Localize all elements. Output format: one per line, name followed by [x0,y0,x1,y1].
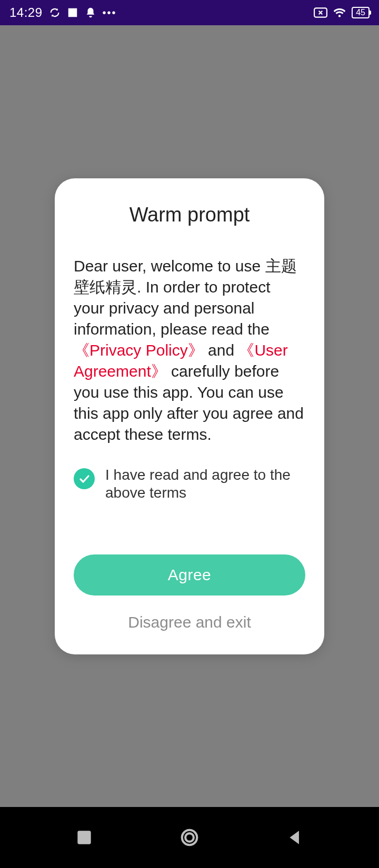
modal-overlay: Warm prompt Dear user, welcome to use 主题… [0,25,379,807]
recent-apps-button[interactable] [73,826,96,849]
consent-row[interactable]: I have read and agree to the above terms [74,466,305,502]
status-bar: 14:29 ••• [0,0,379,25]
status-time: 14:29 [9,5,43,20]
warm-prompt-dialog: Warm prompt Dear user, welcome to use 主题… [55,178,324,654]
status-left: 14:29 ••• [9,5,117,20]
nav-bar [0,807,379,868]
consent-text: I have read and agree to the above terms [105,466,305,502]
back-button[interactable] [283,826,306,849]
screen-record-icon [314,7,327,18]
more-icon: ••• [103,7,117,19]
agree-button[interactable]: Agree [74,554,305,596]
dialog-body-and: and [208,341,238,359]
check-icon[interactable] [74,468,95,489]
svg-rect-2 [77,831,91,844]
home-button[interactable] [178,826,201,849]
status-right: 45 [314,6,370,19]
battery-icon: 45 [352,7,370,18]
svg-rect-0 [68,8,77,17]
disagree-button[interactable]: Disagree and exit [74,613,305,631]
battery-level: 45 [356,8,365,17]
dialog-body-text-1: Dear user, welcome to use 主题壁纸精灵. In ord… [74,257,297,338]
dialog-body: Dear user, welcome to use 主题壁纸精灵. In ord… [74,256,305,445]
privacy-policy-link[interactable]: 《Privacy Policy》 [74,341,204,359]
bell-icon [85,7,96,18]
svg-point-4 [185,833,194,842]
square-icon [67,7,78,18]
sync-icon [49,7,61,18]
wifi-icon [333,6,346,19]
dialog-title: Warm prompt [74,204,305,226]
